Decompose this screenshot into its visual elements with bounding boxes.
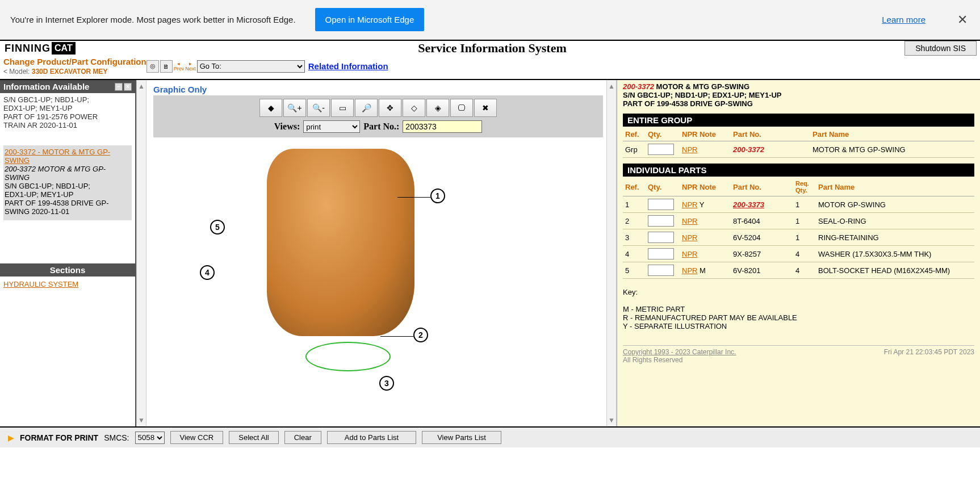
model-label: Model: xyxy=(9,68,30,76)
render-area[interactable]: 1 2 3 4 5 xyxy=(153,137,603,426)
header-partno: 200-3372 xyxy=(623,82,654,91)
change-product-link[interactable]: Change Product/Part Configuration xyxy=(3,57,146,66)
qty-input[interactable] xyxy=(648,199,674,210)
doc-icon[interactable]: 🗎 xyxy=(160,60,173,73)
sis-header: FINNING CAT Service Information System S… xyxy=(0,40,980,56)
npr-link[interactable]: NPR xyxy=(682,266,697,275)
tool-screen-icon[interactable]: 🖵 xyxy=(450,99,473,117)
callout-1[interactable]: 1 xyxy=(430,189,445,203)
header-partname: MOTOR & MTG GP-SWING xyxy=(656,82,749,91)
npr-link[interactable]: NPR xyxy=(682,200,697,209)
learn-more-link[interactable]: Learn more xyxy=(882,15,925,24)
entire-group-table: Ref. Qty. NPR Note Part No. Part Name Gr… xyxy=(623,128,974,158)
graphic-area: Graphic Only ◆ 🔍+ 🔍- ▭ 🔎 ✥ ◇ ◈ 🖵 ✖ Views… xyxy=(146,80,606,426)
scrollbar-right[interactable]: ▲▼ xyxy=(606,80,617,426)
part-header: 200-3372 MOTOR & MTG GP-SWING xyxy=(623,82,974,91)
sidebar: Information Available – × S/N GBC1-UP; N… xyxy=(0,80,136,426)
related-info-link[interactable]: Related Information xyxy=(308,61,388,71)
part-link-200-3372[interactable]: 200-3372 - MOTOR & MTG GP-SWING xyxy=(5,148,110,165)
info-available-header: Information Available – × xyxy=(0,80,135,93)
view-parts-button[interactable]: View Parts List xyxy=(422,431,501,444)
close-panel-icon[interactable]: × xyxy=(124,83,132,91)
page-title: Service Information System xyxy=(80,41,905,56)
table-row: 1NPR Y200-33731MOTOR GP-SWING xyxy=(623,196,974,213)
tool-zoomin-icon[interactable]: 🔍+ xyxy=(283,99,306,117)
cd-icon[interactable]: ◎ xyxy=(146,60,159,73)
info-block-2[interactable]: 200-3372 - MOTOR & MTG GP-SWING 200-3372… xyxy=(3,145,132,220)
sections-header: Sections xyxy=(0,263,135,277)
logo-finning: FINNING xyxy=(5,43,51,55)
prev-button[interactable]: ◂Prev xyxy=(174,61,185,72)
table-row: 2NPR 8T-64041SEAL-O-RING xyxy=(623,213,974,229)
tool-cross-icon[interactable]: ✖ xyxy=(474,99,497,117)
main-layout: Information Available – × S/N GBC1-UP; N… xyxy=(0,80,980,426)
header-sn: S/N GBC1-UP; NBD1-UP; EDX1-UP; MEY1-UP xyxy=(623,91,974,99)
sub-header: Change Product/Part Configuration < Mode… xyxy=(0,56,980,80)
table-row: 4NPR 9X-82574WASHER (17.5X30X3.5-MM THK) xyxy=(623,246,974,262)
goto-select[interactable]: Go To: xyxy=(197,60,305,73)
model-value: 330D EXCAVATOR MEY xyxy=(32,68,108,76)
ie-mode-banner: You're in Internet Explorer mode. Most p… xyxy=(0,0,980,40)
individual-parts-header: INDIVIDUAL PARTS xyxy=(623,164,974,177)
next-button[interactable]: ▸Next xyxy=(185,61,196,72)
npr-link[interactable]: NPR xyxy=(682,145,697,154)
qty-input[interactable] xyxy=(648,248,674,259)
tool-3d-icon[interactable]: ◈ xyxy=(426,99,449,117)
logo: FINNING CAT xyxy=(0,41,80,56)
views-select[interactable]: print xyxy=(303,120,360,133)
minimize-icon[interactable]: – xyxy=(115,83,123,91)
views-label: Views: xyxy=(274,122,300,132)
partno-link[interactable]: 200-3373 xyxy=(733,200,764,209)
motor-3d-render xyxy=(267,149,414,336)
tool-pan-icon[interactable]: ✥ xyxy=(379,99,401,117)
tool-zoom-icon[interactable]: 🔎 xyxy=(355,99,378,117)
tool-pointer-icon[interactable]: ◆ xyxy=(259,99,282,117)
qty-input[interactable] xyxy=(648,215,674,227)
npr-link[interactable]: NPR xyxy=(682,217,697,225)
bottom-bar: ▶ FORMAT FOR PRINT SMCS: 5058 View CCR S… xyxy=(0,426,980,447)
select-all-button[interactable]: Select All xyxy=(229,431,278,444)
callout-5[interactable]: 5 xyxy=(210,220,225,234)
partno-text: 200-3372 xyxy=(733,145,764,154)
callout-3[interactable]: 3 xyxy=(379,376,394,391)
clear-button[interactable]: Clear xyxy=(284,431,321,444)
qty-input[interactable] xyxy=(648,232,674,243)
right-pane: 200-3372 MOTOR & MTG GP-SWING S/N GBC1-U… xyxy=(617,80,980,426)
shutdown-button[interactable]: Shutdown SIS xyxy=(904,41,977,56)
tool-fit-icon[interactable]: ▭ xyxy=(331,99,354,117)
add-to-parts-button[interactable]: Add to Parts List xyxy=(327,431,416,444)
individual-parts-table: Ref. Qty. NPR Note Part No. Req. Qty. Pa… xyxy=(623,178,974,279)
graphic-title[interactable]: Graphic Only xyxy=(153,85,603,94)
qty-input[interactable] xyxy=(648,265,674,276)
open-in-edge-button[interactable]: Open in Microsoft Edge xyxy=(315,8,425,31)
npr-link[interactable]: NPR xyxy=(682,233,697,242)
tool-zoomout-icon[interactable]: 🔍- xyxy=(307,99,330,117)
arrow-icon: ▶ xyxy=(8,433,14,442)
callout-2[interactable]: 2 xyxy=(413,328,428,342)
copyright-link[interactable]: Copyright 1993 - 2023 Caterpillar Inc. xyxy=(623,348,736,356)
scrollbar-left[interactable]: ▲▼ xyxy=(136,80,146,426)
info-block-1: S/N GBC1-UP; NBD1-UP; EDX1-UP; MEY1-UP P… xyxy=(3,95,132,129)
header-partof: PART OF 199-4538 DRIVE GP-SWING xyxy=(623,99,974,108)
tool-rotate-icon[interactable]: ◇ xyxy=(403,99,425,117)
smcs-select[interactable]: 5058 xyxy=(135,432,165,444)
partno-label: Part No.: xyxy=(363,122,399,132)
callout-4[interactable]: 4 xyxy=(200,265,215,280)
timestamp: Fri Apr 21 22:03:45 PDT 2023 xyxy=(884,348,974,364)
npr-link[interactable]: NPR xyxy=(682,250,697,258)
partno-input[interactable] xyxy=(403,120,482,133)
key-block: Key: M - METRIC PART R - REMANUFACTURED … xyxy=(623,288,974,330)
center-pane: ▲▼ Graphic Only ◆ 🔍+ 🔍- ▭ 🔎 ✥ ◇ ◈ 🖵 ✖ Vi… xyxy=(136,80,617,426)
view-ccr-button[interactable]: View CCR xyxy=(170,431,224,444)
qty-input[interactable] xyxy=(648,144,674,155)
close-icon[interactable]: ✕ xyxy=(955,12,970,27)
smcs-label: SMCS: xyxy=(104,433,129,442)
model-row: < Model: 330D EXCAVATOR MEY xyxy=(3,68,146,76)
graphic-toolbar: ◆ 🔍+ 🔍- ▭ 🔎 ✥ ◇ ◈ 🖵 ✖ Views: print Part … xyxy=(153,95,603,137)
info-body[interactable]: S/N GBC1-UP; NBD1-UP; EDX1-UP; MEY1-UP P… xyxy=(0,93,135,263)
format-label[interactable]: FORMAT FOR PRINT xyxy=(20,433,98,442)
table-row: 5NPR M6V-82014BOLT-SOCKET HEAD (M16X2X45… xyxy=(623,262,974,279)
table-row: Grp NPR 200-3372 MOTOR & MTG GP-SWING xyxy=(623,141,974,158)
sections-body: HYDRAULIC SYSTEM xyxy=(0,277,135,292)
section-hydraulic[interactable]: HYDRAULIC SYSTEM xyxy=(3,280,78,288)
